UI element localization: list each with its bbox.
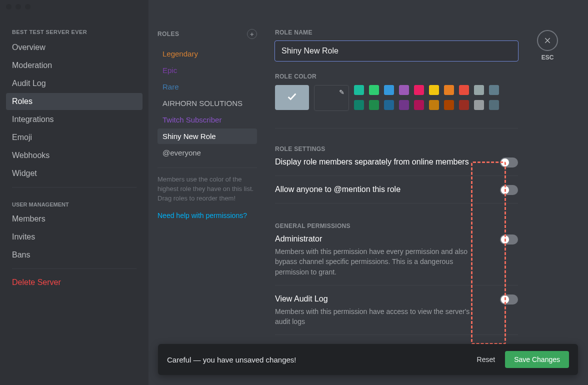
divider [12,268,136,269]
permissions-help-link[interactable]: Need help with permissions? [158,212,257,220]
color-swatch[interactable] [459,100,469,110]
color-swatch[interactable] [369,85,379,95]
setting-display-label: Display role members separately from onl… [275,158,469,166]
divider [275,176,518,176]
color-swatch[interactable] [444,100,454,110]
sidebar-item-emoji[interactable]: Emoji [6,129,142,146]
color-swatch[interactable] [399,85,409,95]
check-icon [286,91,298,104]
sidebar-item-moderation[interactable]: Moderation [6,57,142,74]
role-item-rare[interactable]: Rare [158,79,257,94]
custom-color-swatch[interactable]: ✎ [314,85,349,111]
role-item-legendary[interactable]: Legendary [158,46,257,62]
color-swatch[interactable] [489,85,499,95]
settings-sidebar: BEST TEST SERVER EVER OverviewModeration… [0,0,148,385]
delete-server-button[interactable]: Delete Server [6,274,142,291]
role-color-label: ROLE COLOR [275,73,518,80]
sidebar-item-bans[interactable]: Bans [6,246,142,264]
color-swatch[interactable] [384,85,394,95]
role-name-label: ROLE NAME [275,29,518,36]
roles-hint: Members use the color of the highest rol… [158,175,257,204]
perm-administrator-label: Administrator [275,234,485,244]
close-icon [537,30,558,51]
color-swatch[interactable] [414,100,424,110]
color-swatch[interactable] [474,85,484,95]
toggle-display-separately[interactable] [500,158,518,168]
close-button[interactable]: ESC [537,30,558,61]
role-item--everyone[interactable]: @everyone [158,145,257,160]
color-swatch[interactable] [369,100,379,110]
color-swatch[interactable] [429,85,439,95]
color-swatch[interactable] [414,85,424,95]
perm-administrator-desc: Members with this permission have every … [275,246,485,277]
color-swatch[interactable] [354,85,364,95]
sidebar-item-widget[interactable]: Widget [6,165,142,182]
divider [158,168,257,168]
roles-heading: ROLES [158,30,179,38]
sidebar-item-invites[interactable]: Invites [6,228,142,246]
sidebar-item-members[interactable]: Members [6,210,142,228]
role-item-shiny-new-role[interactable]: Shiny New Role [158,128,257,144]
sidebar-item-integrations[interactable]: Integrations [6,111,142,128]
server-name-label: BEST TEST SERVER EVER [6,29,142,39]
color-swatch[interactable] [489,100,499,110]
general-permissions-label: GENERAL PERMISSIONS [275,222,518,230]
toggle-view-audit-log[interactable] [500,294,518,304]
save-changes-button[interactable]: Save Changes [505,351,569,368]
add-role-button[interactable]: + [247,29,257,39]
esc-label: ESC [537,54,558,61]
divider [12,187,136,188]
unsaved-message: Careful — you have unsaved changes! [167,356,296,364]
eyedropper-icon: ✎ [339,88,344,96]
color-swatch[interactable] [429,100,439,110]
color-swatch[interactable] [444,85,454,95]
sidebar-item-roles[interactable]: Roles [6,93,142,110]
color-swatch[interactable] [474,100,484,110]
role-name-input[interactable] [275,41,518,61]
divider [275,285,518,286]
color-swatch[interactable] [354,100,364,110]
color-swatch-grid [354,85,499,110]
divider [275,203,518,204]
sidebar-item-webhooks[interactable]: Webhooks [6,147,142,164]
sidebar-item-audit-log[interactable]: Audit Log [6,75,142,92]
divider [275,334,518,335]
role-item-epic[interactable]: Epic [158,62,257,78]
divider [275,128,518,128]
unsaved-changes-bar: Careful — you have unsaved changes! Rese… [158,344,578,375]
perm-auditlog-desc: Members with this permission have access… [275,306,485,327]
role-item-airhorn-solutions[interactable]: AIRHORN SOLUTIONS [158,96,257,111]
user-management-heading: USER MANAGEMENT [6,192,142,210]
color-swatch[interactable] [384,100,394,110]
setting-mention-label: Allow anyone to @mention this role [275,185,400,194]
role-item-twitch-subscriber[interactable]: Twitch Subscriber [158,112,257,128]
default-color-swatch[interactable] [275,85,309,110]
perm-auditlog-label: View Audit Log [275,294,485,304]
toggle-allow-mention[interactable] [500,185,518,195]
color-swatch[interactable] [459,85,469,95]
role-settings-label: ROLE SETTINGS [275,146,518,152]
color-swatch[interactable] [399,100,409,110]
roles-list-pane: ROLES + LegendaryEpicRareAIRHORN SOLUTIO… [148,0,266,385]
sidebar-item-overview[interactable]: Overview [6,39,142,56]
toggle-administrator[interactable] [500,234,518,244]
window-controls [6,4,30,10]
reset-button[interactable]: Reset [477,356,496,364]
